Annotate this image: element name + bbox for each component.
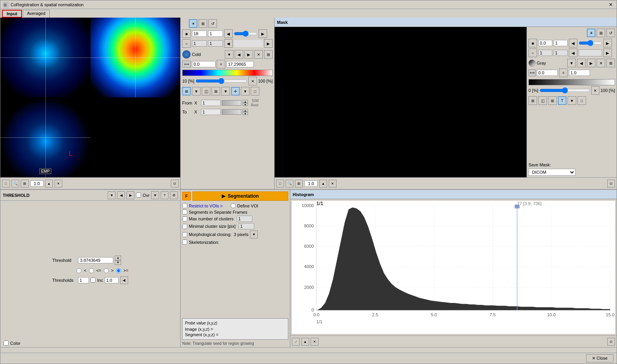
threshold-input[interactable]: [78, 257, 113, 263]
segmentation-button[interactable]: ▶ Segmentation: [192, 191, 288, 201]
mask-cb-btn[interactable]: □: [276, 180, 284, 187]
close-button[interactable]: ✕ Close: [586, 354, 613, 362]
mask-ar2-btn[interactable]: ▶: [603, 49, 612, 57]
mask-close-btn[interactable]: ✕: [329, 180, 337, 187]
thresh-q-btn[interactable]: ?: [161, 191, 168, 199]
tool-move[interactable]: ✛: [231, 87, 240, 96]
val3-input[interactable]: [192, 40, 207, 47]
restrict-cb[interactable]: [182, 203, 187, 208]
color-left-btn[interactable]: ◀: [235, 50, 243, 59]
min-cluster-cb[interactable]: [182, 224, 187, 229]
mask-rmax[interactable]: [569, 70, 590, 76]
mask-v4[interactable]: [554, 50, 568, 56]
threshold-spin[interactable]: ▲ ▼: [115, 256, 121, 265]
mask-color-dd[interactable]: ▼: [567, 59, 576, 67]
mask-zoom-input[interactable]: [304, 180, 318, 187]
mask-al2-btn[interactable]: ◀: [569, 49, 577, 57]
radio-gt[interactable]: [104, 268, 109, 273]
mask-zout-btn[interactable]: 🔍: [286, 180, 293, 187]
zoom-out-btn[interactable]: 🔍: [11, 180, 19, 187]
max-clusters-input[interactable]: [237, 216, 252, 222]
zoom-fit-btn[interactable]: ⊞: [21, 180, 29, 187]
thresh-spin-down[interactable]: ▼: [115, 260, 121, 265]
to-input[interactable]: [201, 109, 221, 115]
mask-color-r[interactable]: ▶: [587, 59, 595, 67]
radio-lt[interactable]: [76, 268, 81, 273]
mask-grid-btn[interactable]: ⊞: [597, 29, 605, 37]
inc-val[interactable]: [105, 277, 119, 283]
mask-tool-last[interactable]: □: [577, 96, 586, 105]
dicom-select[interactable]: DICOM: [528, 169, 575, 176]
mask-settings-icon[interactable]: ⊙: [607, 180, 615, 187]
mask-tool1[interactable]: ⊞: [528, 96, 537, 105]
color-copy-btn[interactable]: ⊞: [264, 50, 273, 59]
mask-tool2[interactable]: ◫: [538, 96, 547, 105]
close-icon[interactable]: ✕: [607, 2, 614, 7]
hist-x-btn[interactable]: ✕: [311, 338, 318, 346]
mask-pct-x[interactable]: ✕: [591, 86, 599, 95]
settings-icon[interactable]: ⊙: [171, 180, 179, 187]
brightness-btn[interactable]: ☀: [189, 19, 197, 28]
to-spin[interactable]: ▲ ▼: [242, 109, 248, 115]
arrow-left2-btn[interactable]: ◀: [224, 39, 233, 48]
mask-cycle-btn[interactable]: ↺: [606, 29, 615, 37]
to-down[interactable]: ▼: [242, 112, 248, 115]
define-voi-radio[interactable]: [231, 203, 236, 208]
color-x-btn[interactable]: ✕: [254, 50, 263, 59]
from-slider[interactable]: [222, 100, 241, 106]
color-right-btn[interactable]: ▶: [244, 50, 253, 59]
inc-cb[interactable]: [90, 278, 96, 283]
val1-input[interactable]: [192, 31, 207, 37]
thresh-ovr-cb[interactable]: [136, 193, 141, 198]
mask-v3[interactable]: [538, 50, 552, 56]
mask-v2[interactable]: [554, 40, 568, 46]
thresh-spin-up[interactable]: ▲: [115, 256, 121, 260]
f-button[interactable]: F: [182, 192, 191, 200]
to-up[interactable]: ▲: [242, 109, 248, 112]
mask-bright-btn[interactable]: ☀: [587, 29, 595, 37]
range-min-input[interactable]: [192, 61, 215, 67]
to-slider[interactable]: [222, 109, 241, 115]
tool-dd2[interactable]: ▼: [221, 87, 230, 96]
val4-input[interactable]: [208, 40, 223, 47]
mask-zfit-btn[interactable]: ⊞: [295, 180, 303, 187]
thresh-dd-btn[interactable]: ▼: [108, 191, 116, 199]
tool-inv[interactable]: ◫: [202, 87, 210, 96]
scroll-bar[interactable]: [0, 347, 617, 353]
tool-select[interactable]: ⊞: [182, 87, 191, 96]
mask-zup-btn[interactable]: ▲: [319, 180, 327, 187]
thresh-dd2-btn[interactable]: ▼: [151, 191, 159, 199]
mask-color-l[interactable]: ◀: [577, 59, 586, 67]
arrow-right-btn[interactable]: ▶: [259, 29, 267, 38]
mask-color-copy[interactable]: ⊞: [606, 59, 615, 67]
tool-dd[interactable]: ▼: [192, 87, 201, 96]
color-cb[interactable]: [4, 341, 9, 346]
mask-color-x[interactable]: ✕: [597, 59, 605, 67]
slider1[interactable]: [234, 31, 257, 37]
from-down[interactable]: ▼: [242, 103, 248, 106]
checkbox-btn[interactable]: □: [2, 180, 10, 187]
val2-input[interactable]: [208, 31, 223, 37]
from-input[interactable]: [201, 100, 221, 106]
segments-cb[interactable]: [182, 209, 187, 214]
mask-slider1[interactable]: [579, 40, 602, 46]
mask-rmin[interactable]: [537, 70, 558, 76]
range-max-input[interactable]: [226, 61, 254, 67]
grid-btn[interactable]: ⊞: [199, 19, 207, 28]
mask-tool3[interactable]: ⊞: [548, 96, 557, 105]
restrict-link[interactable]: Restrict to VOIs >: [189, 204, 223, 208]
min-cluster-input[interactable]: [239, 223, 254, 229]
from-spin[interactable]: ▲ ▼: [242, 100, 248, 106]
tab-input[interactable]: Input: [2, 10, 22, 18]
tool-dd3[interactable]: ▼: [241, 87, 250, 96]
skel-cb[interactable]: [182, 240, 187, 245]
arrow-right2-btn[interactable]: ▶: [264, 39, 273, 48]
radio-gte[interactable]: [116, 268, 121, 273]
close-img-btn[interactable]: ✕: [54, 180, 62, 187]
arrow-left-btn[interactable]: ◀: [224, 29, 233, 38]
mask-tool-dd[interactable]: ▼: [568, 96, 576, 105]
color-down-btn[interactable]: ▼: [225, 50, 233, 59]
inc-arrow[interactable]: ◀: [120, 276, 128, 284]
mask-v1[interactable]: [538, 40, 552, 46]
tool-box[interactable]: □: [251, 87, 259, 96]
